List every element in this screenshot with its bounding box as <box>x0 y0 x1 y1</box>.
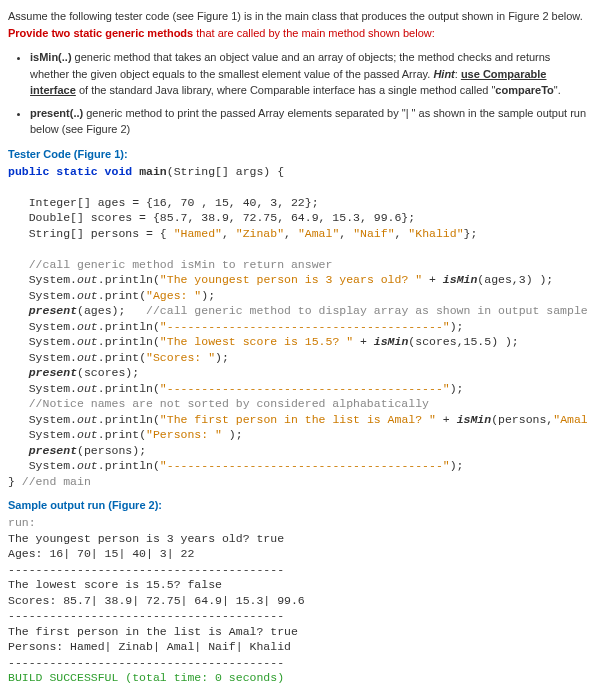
figure2-title: Sample output run (Figure 2): <box>8 499 587 511</box>
intro-text: Assume the following tester code (see Fi… <box>8 8 587 41</box>
code-block: public static void main(String[] args) {… <box>8 164 587 490</box>
output-block: run: The youngest person is 3 years old?… <box>8 515 587 686</box>
bullet-ismin: isMin(..) generic method that takes an o… <box>30 49 587 99</box>
bullet-list: isMin(..) generic method that takes an o… <box>8 49 587 138</box>
bullet-present: present(..) generic method to print the … <box>30 105 587 138</box>
figure1-title: Tester Code (Figure 1): <box>8 148 587 160</box>
